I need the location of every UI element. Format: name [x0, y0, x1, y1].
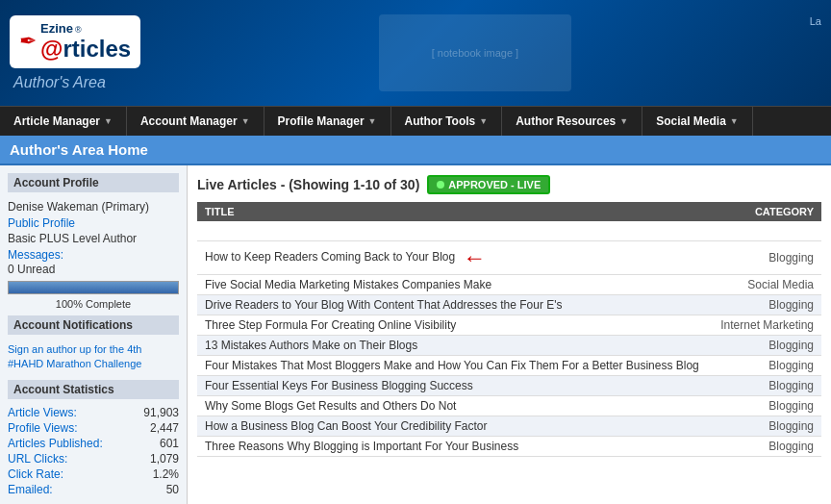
- nav-article-manager[interactable]: Article Manager ▼: [0, 107, 127, 136]
- nav-author-tools-label: Author Tools: [405, 114, 476, 128]
- table-row: How to Keep Readers Coming Back to Your …: [197, 241, 821, 275]
- stats-title: Account Statistics: [8, 380, 179, 399]
- article-title-cell: Drive Readers to Your Blog With Content …: [197, 295, 712, 315]
- logo-registered: ®: [75, 25, 82, 35]
- approved-badge: APPROVED - LIVE: [427, 175, 550, 194]
- article-category-cell: Blogging: [712, 376, 821, 396]
- logo-rticles: rticles: [63, 36, 131, 63]
- article-title-link[interactable]: 13 Mistakes Authors Make on Their Blogs: [205, 339, 417, 352]
- account-profile-title: Account Profile: [8, 173, 179, 192]
- article-category-cell: Internet Marketing: [712, 315, 821, 336]
- article-title-link[interactable]: How to Keep Readers Coming Back to Your …: [205, 250, 455, 264]
- stat-row-article-views: Article Views: 91,903: [8, 405, 179, 420]
- progress-bar-fill: [9, 282, 178, 293]
- nav-account-manager-label: Account Manager: [140, 114, 238, 128]
- stat-emailed-value: 50: [166, 483, 179, 496]
- article-title-cell: Four Mistakes That Most Bloggers Make an…: [197, 356, 712, 376]
- progress-bar-container: [8, 281, 179, 294]
- nav-social-media[interactable]: Social Media ▼: [642, 107, 753, 136]
- messages-count: 0 Unread: [8, 263, 55, 276]
- table-row: Why Some Blogs Get Results and Others Do…: [197, 396, 821, 416]
- pen-icon: ✒: [19, 29, 37, 54]
- public-profile-link[interactable]: Public Profile: [8, 215, 179, 231]
- articles-table: TITLE CATEGORY Articles Under Author Nam…: [197, 202, 821, 457]
- nav-account-manager[interactable]: Account Manager ▼: [127, 107, 264, 136]
- page-title: Author's Area Home: [10, 141, 148, 158]
- stat-click-rate-value: 1.2%: [153, 467, 179, 481]
- author-name-row: Articles Under Author Name: Denise Wakem…: [197, 221, 821, 241]
- notifications-title: Account Notifications: [8, 315, 179, 335]
- article-category-cell: Blogging: [712, 241, 821, 275]
- main-nav: Article Manager ▼ Account Manager ▼ Prof…: [0, 106, 831, 136]
- article-title-link[interactable]: Three Reasons Why Blogging is Important …: [205, 440, 518, 453]
- stat-url-clicks-value: 1,079: [150, 452, 179, 466]
- red-arrow-icon: ←: [463, 244, 486, 270]
- article-category-cell: Blogging: [712, 295, 821, 315]
- article-title-cell: Three Step Formula For Creating Online V…: [197, 315, 712, 336]
- table-row: Drive Readers to Your Blog With Content …: [197, 295, 821, 315]
- logo-at: @: [40, 36, 63, 63]
- stat-emailed-link[interactable]: Emailed:: [8, 483, 53, 496]
- header-image: [ notebook image ]: [140, 14, 810, 91]
- article-title-link[interactable]: Four Essential Keys For Business Bloggin…: [205, 379, 473, 392]
- progress-label: 100% Complete: [8, 298, 179, 310]
- article-title-cell: Why Some Blogs Get Results and Others Do…: [197, 396, 712, 416]
- table-row: How a Business Blog Can Boost Your Credi…: [197, 416, 821, 437]
- messages-text: Messages: 0 Unread: [8, 246, 179, 277]
- article-category-cell: Blogging: [712, 396, 821, 416]
- article-title-link[interactable]: Four Mistakes That Most Bloggers Make an…: [205, 359, 699, 372]
- stat-article-views-link[interactable]: Article Views:: [8, 406, 77, 419]
- stat-articles-published-link[interactable]: Articles Published:: [8, 437, 103, 450]
- nav-author-resources-arrow: ▼: [619, 116, 628, 126]
- article-category-cell: Blogging: [712, 356, 821, 376]
- table-row: Three Step Formula For Creating Online V…: [197, 315, 821, 336]
- logo-ezine: Ezine: [40, 21, 73, 36]
- nav-profile-manager-arrow: ▼: [368, 116, 377, 126]
- table-row: Four Mistakes That Most Bloggers Make an…: [197, 356, 821, 376]
- main-content: Account Profile Denise Wakeman (Primary)…: [0, 165, 831, 504]
- article-title-cell: Three Reasons Why Blogging is Important …: [197, 437, 712, 457]
- stat-profile-views-link[interactable]: Profile Views:: [8, 421, 77, 435]
- stat-row-url-clicks: URL Clicks: 1,079: [8, 451, 179, 466]
- article-title-cell: Five Social Media Marketing Mistakes Com…: [197, 275, 712, 295]
- article-title-link[interactable]: How a Business Blog Can Boost Your Credi…: [205, 419, 487, 433]
- stat-url-clicks-link[interactable]: URL Clicks:: [8, 452, 67, 466]
- page-title-bar: Author's Area Home: [0, 136, 831, 165]
- stat-row-profile-views: Profile Views: 2,447: [8, 420, 179, 436]
- stat-row-click-rate: Click Rate: 1.2%: [8, 466, 179, 482]
- article-title-link[interactable]: Why Some Blogs Get Results and Others Do…: [205, 399, 456, 413]
- author-name: Denise Wakeman (Primary): [8, 198, 179, 215]
- logo-area: ✒ Ezine ® @ rticles Author's Area: [10, 15, 140, 91]
- table-header-row: TITLE CATEGORY: [197, 202, 821, 221]
- nav-article-manager-label: Article Manager: [13, 114, 100, 128]
- article-category-cell: Social Media: [712, 275, 821, 295]
- logo-box: ✒ Ezine ® @ rticles: [10, 15, 140, 68]
- nav-author-tools[interactable]: Author Tools ▼: [391, 107, 503, 136]
- header-top-right: La: [810, 15, 821, 27]
- stat-click-rate-link[interactable]: Click Rate:: [8, 467, 63, 481]
- nav-article-manager-arrow: ▼: [104, 116, 113, 126]
- article-category-cell: Blogging: [712, 416, 821, 437]
- notification-link[interactable]: Sign an author up for the 4th #HAHD Mara…: [8, 340, 179, 374]
- authors-area-label: Author's Area: [13, 74, 140, 91]
- article-title-link[interactable]: Drive Readers to Your Blog With Content …: [205, 298, 563, 312]
- stat-profile-views-value: 2,447: [150, 421, 179, 435]
- content-area: Live Articles - (Showing 1-10 of 30) APP…: [188, 165, 831, 504]
- live-articles-title: Live Articles - (Showing 1-10 of 30): [197, 177, 419, 192]
- article-title-link[interactable]: Three Step Formula For Creating Online V…: [205, 318, 456, 332]
- messages-link[interactable]: Messages:: [8, 247, 179, 263]
- article-title-cell: How to Keep Readers Coming Back to Your …: [197, 241, 712, 275]
- author-level: Basic PLUS Level Author: [8, 231, 179, 246]
- stat-row-articles-published: Articles Published: 601: [8, 436, 179, 451]
- table-row: 13 Mistakes Authors Make on Their BlogsB…: [197, 336, 821, 356]
- nav-author-resources[interactable]: Author Resources ▼: [502, 107, 642, 136]
- approved-dot: [437, 181, 444, 189]
- article-title-cell: 13 Mistakes Authors Make on Their Blogs: [197, 336, 712, 356]
- table-row: Five Social Media Marketing Mistakes Com…: [197, 275, 821, 295]
- article-title-link[interactable]: Five Social Media Marketing Mistakes Com…: [205, 278, 491, 291]
- live-articles-header: Live Articles - (Showing 1-10 of 30) APP…: [197, 175, 821, 194]
- nav-profile-manager[interactable]: Profile Manager ▼: [264, 107, 391, 136]
- article-title-cell: Four Essential Keys For Business Bloggin…: [197, 376, 712, 396]
- sidebar: Account Profile Denise Wakeman (Primary)…: [0, 165, 188, 504]
- article-category-cell: Blogging: [712, 437, 821, 457]
